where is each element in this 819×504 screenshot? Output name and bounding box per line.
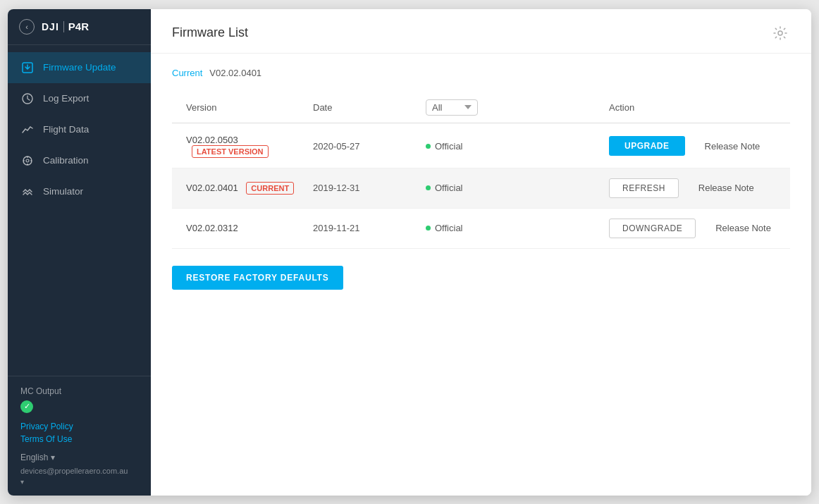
table-row: V02.02.0401 CURRENT 2019-12-31 Official … <box>172 168 790 209</box>
settings-icon[interactable] <box>770 23 790 43</box>
current-version-text: V02.02.0401 <box>209 68 261 78</box>
downgrade-button[interactable]: DOWNGRADE <box>609 219 696 238</box>
type-filter-select[interactable]: All Official Beta <box>426 99 478 116</box>
row2-date: 2019-12-31 <box>313 183 426 193</box>
sidebar-item-simulator[interactable]: Simulator <box>8 176 151 207</box>
table-header: Version Date All Official Beta Action <box>172 92 790 123</box>
row1-type: Official <box>426 141 581 152</box>
svg-point-8 <box>778 31 782 35</box>
sidebar-nav: Firmware Update Log Export Flight Dat <box>8 45 151 376</box>
upgrade-button[interactable]: UPGRADE <box>609 136 685 156</box>
official-dot-2 <box>426 185 431 190</box>
release-note-link-3[interactable]: Release Note <box>715 223 771 233</box>
firmware-body: Current V02.02.0401 Version Date All Off… <box>151 54 811 496</box>
col-header-action: Action <box>581 102 790 113</box>
row3-version: V02.02.0312 <box>172 223 313 233</box>
release-note-link-2[interactable]: Release Note <box>698 183 754 193</box>
row1-action: UPGRADE Release Note <box>581 136 790 156</box>
email-dropdown-icon[interactable]: ▾ <box>20 478 138 486</box>
back-button[interactable]: ‹ <box>19 19 35 35</box>
language-selector[interactable]: English ▾ <box>20 453 138 462</box>
page-title: Firmware List <box>172 25 248 40</box>
firmware-update-icon <box>20 61 35 75</box>
restore-factory-defaults-button[interactable]: RESTORE FACTORY DEFAULTS <box>172 266 343 290</box>
row2-action: REFRESH Release Note <box>581 178 790 198</box>
sidebar-label-log-export: Log Export <box>43 93 89 104</box>
sidebar-footer: MC Output Privacy Policy Terms Of Use En… <box>8 376 151 496</box>
lang-dropdown-icon: ▾ <box>51 453 55 462</box>
refresh-button[interactable]: REFRESH <box>609 178 679 198</box>
official-dot-1 <box>426 144 431 149</box>
logo-divider <box>63 21 64 32</box>
calibration-icon <box>20 154 35 168</box>
row2-version: V02.02.0401 CURRENT <box>172 182 313 195</box>
mc-output-label: MC Output <box>20 386 138 396</box>
current-badge: CURRENT <box>246 182 294 195</box>
dji-logo: DJI <box>42 21 59 32</box>
terms-of-use-link[interactable]: Terms Of Use <box>20 434 138 444</box>
row3-action: DOWNGRADE Release Note <box>581 219 790 238</box>
col-header-type: All Official Beta <box>426 99 581 116</box>
latest-version-badge: LATEST VERSION <box>192 145 269 158</box>
svg-point-3 <box>26 159 29 162</box>
col-header-date: Date <box>313 102 426 113</box>
row3-date: 2019-11-21 <box>313 223 426 233</box>
table-row: V02.02.0503 LATEST VERSION 2020-05-27 Of… <box>172 125 790 168</box>
flight-data-icon <box>20 123 35 137</box>
current-label: Current <box>172 68 202 78</box>
language-label: English <box>20 453 48 462</box>
sidebar-label-simulator: Simulator <box>43 186 83 197</box>
product-name: P4R <box>68 20 89 32</box>
privacy-policy-link[interactable]: Privacy Policy <box>20 422 138 431</box>
email-display: devices@propelleraero.com.au <box>20 467 138 475</box>
release-note-link-1[interactable]: Release Note <box>705 141 760 152</box>
sidebar-label-flight-data: Flight Data <box>43 124 89 135</box>
sidebar-item-log-export[interactable]: Log Export <box>8 83 151 114</box>
sidebar: ‹ DJI P4R Firmware Update <box>8 9 151 496</box>
current-version-bar: Current V02.02.0401 <box>172 68 790 78</box>
row3-type: Official <box>426 223 581 233</box>
sidebar-item-firmware-update[interactable]: Firmware Update <box>8 52 151 83</box>
official-dot-3 <box>426 226 431 231</box>
sidebar-label-firmware-update: Firmware Update <box>43 62 116 73</box>
row2-type: Official <box>426 183 581 193</box>
logo-area: DJI P4R <box>42 20 89 32</box>
row1-date: 2020-05-27 <box>313 141 426 152</box>
row1-version: V02.02.0503 LATEST VERSION <box>172 135 313 158</box>
main-content: Firmware List Current V02.02.0401 Versio… <box>151 9 811 496</box>
sidebar-item-calibration[interactable]: Calibration <box>8 145 151 176</box>
app-window: ‹ DJI P4R Firmware Update <box>8 9 811 496</box>
simulator-icon <box>20 185 35 199</box>
col-header-version: Version <box>172 102 313 113</box>
main-header: Firmware List <box>151 9 811 54</box>
sidebar-header: ‹ DJI P4R <box>8 9 151 45</box>
mc-status <box>20 400 138 413</box>
table-row: V02.02.0312 2019-11-21 Official DOWNGRAD… <box>172 209 790 249</box>
sidebar-label-calibration: Calibration <box>43 155 89 166</box>
mc-status-indicator <box>20 400 33 413</box>
sidebar-item-flight-data[interactable]: Flight Data <box>8 114 151 145</box>
footer-links: Privacy Policy Terms Of Use <box>20 422 138 444</box>
log-export-icon <box>20 92 35 106</box>
